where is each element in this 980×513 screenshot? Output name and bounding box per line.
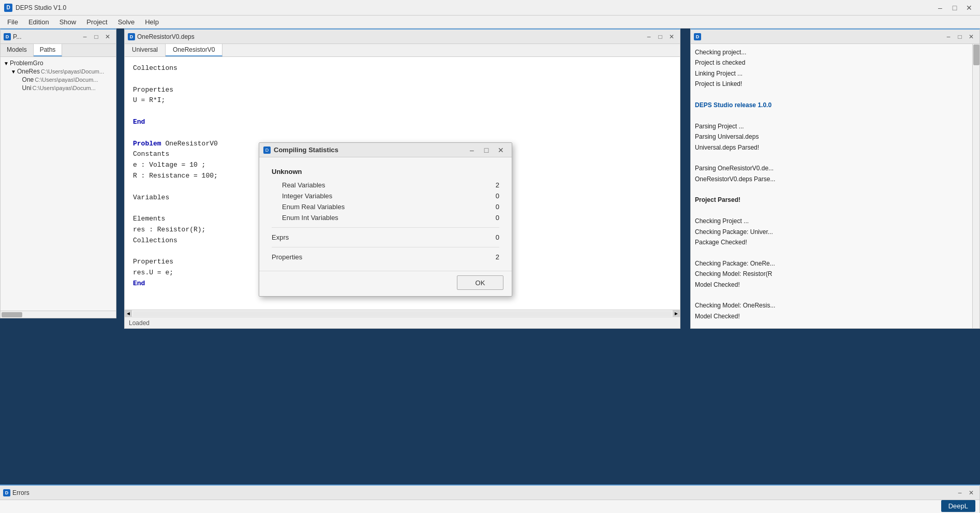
dialog-titlebar: D Compiling Statistics – □ ✕ <box>259 143 512 157</box>
left-panel-close[interactable]: ✕ <box>102 32 113 41</box>
tree-label: One <box>22 76 34 83</box>
tree-item-one[interactable]: One C:\Users\payas\Docum... <box>17 76 114 84</box>
menu-show[interactable]: Show <box>54 17 82 27</box>
log-vscroll[interactable] <box>972 44 979 328</box>
log-entry: Model Checked! <box>695 280 975 290</box>
editor-maximize[interactable]: □ <box>655 32 665 41</box>
dialog-label-integer-variables: Integer Variables <box>272 192 479 200</box>
log-entry: Parsing Project ... <box>695 121 975 131</box>
tree-path: C:\Users\payas\Docum... <box>33 85 96 91</box>
log-entry: Parsing Universal.deps <box>695 131 975 142</box>
dialog-label-exprs: Exprs <box>272 233 479 241</box>
dialog-section-unknown: Unknown <box>272 168 499 175</box>
menu-bar: File Edition Show Project Solve Help <box>0 16 980 28</box>
log-maximize[interactable]: □ <box>955 32 965 41</box>
dialog-value-enum-int-variables: 0 <box>479 214 499 222</box>
tab-universal[interactable]: Universal <box>125 44 166 56</box>
log-entry <box>695 184 975 195</box>
dialog-label-enum-real-variables: Enum Real Variables <box>272 203 479 211</box>
log-entry: Checking Model: OneResis... <box>695 300 975 311</box>
log-panel: D – □ ✕ Checking project... Project is c… <box>690 28 980 329</box>
menu-solve[interactable]: Solve <box>113 17 140 27</box>
log-close[interactable]: ✕ <box>966 32 976 41</box>
left-panel: D P... – □ ✕ Models Paths ▼ ProblemGro ▼… <box>0 28 116 318</box>
log-entry: Project is Linked! <box>695 79 975 89</box>
dialog-row-enum-real-variables: Enum Real Variables 0 <box>272 201 499 212</box>
app-title: DEPS Studio V1.0 <box>16 4 933 11</box>
bottom-titlebar: D Errors – ✕ <box>0 486 979 500</box>
menu-project[interactable]: Project <box>81 17 112 27</box>
log-entry-release: DEPS Studio release 1.0.0 <box>695 100 975 110</box>
minimize-button[interactable]: – <box>933 3 947 13</box>
dialog-row-integer-variables: Integer Variables 0 <box>272 190 499 201</box>
code-line <box>133 128 672 139</box>
dialog-controls: – □ ✕ <box>465 145 508 155</box>
editor-close[interactable]: ✕ <box>666 32 677 41</box>
tree-item-uni[interactable]: Uni C:\Users\payas\Docum... <box>17 84 114 92</box>
dialog-value-exprs: 0 <box>479 233 499 241</box>
log-content: Checking project... Project is checked L… <box>691 44 979 328</box>
left-panel-icon: D <box>4 33 11 40</box>
left-panel-titlebar: D P... – □ ✕ <box>1 30 116 44</box>
log-icon: D <box>694 33 701 40</box>
code-line: End <box>133 117 672 128</box>
ok-button[interactable]: OK <box>457 275 503 290</box>
editor-minimize[interactable]: – <box>644 32 654 41</box>
maximize-button[interactable]: □ <box>948 3 961 13</box>
left-panel-maximize[interactable]: □ <box>91 32 101 41</box>
log-entry: Project is checked <box>695 57 975 68</box>
dialog-value-integer-variables: 0 <box>479 192 499 200</box>
editor-title: OneResistorV0.deps <box>137 33 644 40</box>
dialog-label-properties: Properties <box>272 253 479 261</box>
log-vscroll-thumb[interactable] <box>973 45 979 65</box>
log-entry <box>695 290 975 300</box>
code-line <box>133 74 672 85</box>
dialog-footer: OK <box>259 271 512 296</box>
hscroll-left-btn[interactable]: ◄ <box>125 310 132 317</box>
hscroll-track[interactable] <box>133 311 672 316</box>
editor-hscroll[interactable]: ◄ ► <box>125 310 680 317</box>
errors-controls: – ✕ <box>955 488 976 497</box>
dialog-maximize[interactable]: □ <box>480 145 493 155</box>
tree-item-oneres[interactable]: ▼ OneRes C:\Users\payas\Docum... <box>10 67 114 76</box>
tree-arrow <box>18 77 21 83</box>
close-button[interactable]: ✕ <box>962 3 976 13</box>
dialog-value-properties: 2 <box>479 253 499 261</box>
log-entry: Checking Model: Resistor(R <box>695 269 975 279</box>
log-entry <box>695 321 975 328</box>
errors-minimize[interactable]: – <box>955 488 965 497</box>
left-panel-scrollbar[interactable] <box>1 311 116 318</box>
tab-models[interactable]: Models <box>1 44 34 56</box>
scrollbar-thumb[interactable] <box>2 312 22 317</box>
log-entry <box>695 153 975 163</box>
log-entry <box>695 247 975 258</box>
tree-item-problemgro[interactable]: ▼ ProblemGro <box>3 59 114 67</box>
log-entry: Model Checked! <box>695 311 975 321</box>
left-panel-tabs: Models Paths <box>1 44 116 57</box>
menu-help[interactable]: Help <box>140 17 164 27</box>
tree-label: OneRes <box>17 68 40 75</box>
menu-edition[interactable]: Edition <box>23 17 54 27</box>
log-entry: Checking project... <box>695 47 975 57</box>
deepl-button[interactable]: DeepL <box>941 500 975 512</box>
tab-paths[interactable]: Paths <box>34 44 63 56</box>
dialog-row-real-variables: Real Variables 2 <box>272 180 499 190</box>
menu-file[interactable]: File <box>2 17 23 27</box>
deepl-area: DeepL <box>941 499 975 513</box>
tab-oneresistorv0[interactable]: OneResistorV0 <box>166 44 222 56</box>
errors-icon: D <box>3 489 10 496</box>
left-panel-minimize[interactable]: – <box>80 32 90 41</box>
dialog-value-real-variables: 2 <box>479 181 499 189</box>
tree-arrow: ▼ <box>11 69 16 75</box>
editor-tabs: Universal OneResistorV0 <box>125 44 680 57</box>
errors-close[interactable]: ✕ <box>966 488 976 497</box>
tree-label: Uni <box>22 84 32 92</box>
hscroll-right-btn[interactable]: ► <box>673 310 680 317</box>
compiling-statistics-dialog: D Compiling Statistics – □ ✕ Unknown Rea… <box>259 142 512 297</box>
log-minimize[interactable]: – <box>943 32 954 41</box>
tree-arrow: ▼ <box>4 61 9 66</box>
log-entry: Parsing OneResistorV0.de... <box>695 163 975 173</box>
dialog-minimize[interactable]: – <box>465 145 479 155</box>
log-entry <box>695 206 975 216</box>
dialog-close[interactable]: ✕ <box>494 145 508 155</box>
